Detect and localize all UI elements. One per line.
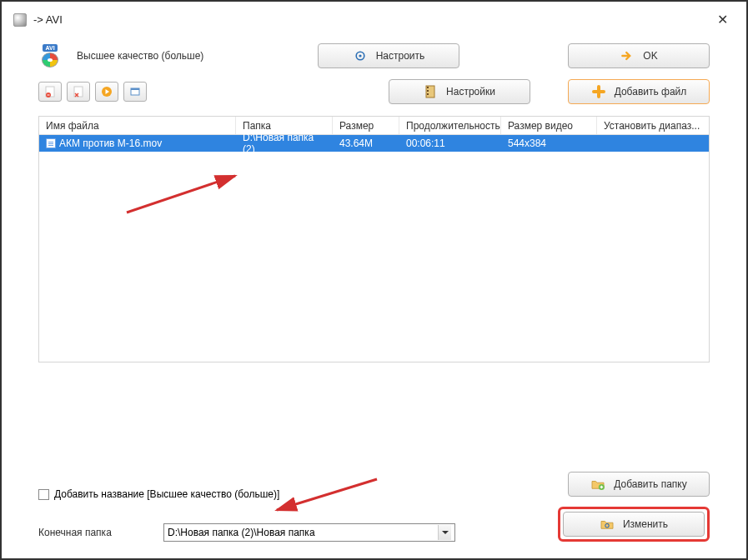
add-folder-label: Добавить папку [614, 478, 686, 490]
cell-videosize: 544x384 [501, 138, 597, 149]
delete-button[interactable] [67, 82, 90, 102]
col-videosize[interactable]: Размер видео [501, 117, 597, 134]
window-title: -> AVI [33, 13, 63, 26]
add-file-button[interactable]: Добавить файл [568, 79, 710, 104]
cell-duration: 00:06:11 [399, 138, 501, 149]
gear-icon [353, 48, 368, 63]
svg-rect-12 [427, 93, 429, 95]
titlebar: -> AVI ✕ [2, 2, 746, 38]
change-label: Изменить [623, 518, 668, 530]
col-range[interactable]: Установить диапаз... [597, 117, 709, 134]
add-folder-button[interactable]: Добавить папку [568, 472, 710, 497]
avi-format-icon: AVI [38, 44, 62, 68]
cell-folder: D:\Новая папка (2) [236, 132, 333, 155]
table-header: Имя файла Папка Размер Продолжительность… [39, 117, 709, 135]
col-size[interactable]: Размер [333, 117, 399, 134]
remove-button[interactable] [38, 82, 62, 102]
quality-label: Высшее качество (больше) [77, 50, 203, 62]
add-title-checkbox[interactable] [38, 489, 49, 500]
configure-button[interactable]: Настроить [318, 43, 459, 68]
plus-icon [591, 84, 606, 99]
folder-plus-icon [590, 477, 605, 492]
col-duration[interactable]: Продолжительность [399, 117, 501, 134]
col-filename[interactable]: Имя файла [39, 117, 236, 134]
destination-label: Конечная папка [38, 527, 147, 538]
svg-rect-4 [48, 95, 50, 96]
ok-button[interactable]: OK [568, 43, 710, 68]
svg-rect-5 [74, 87, 83, 97]
svg-rect-10 [427, 87, 429, 88]
app-icon [13, 13, 27, 27]
ok-label: OK [643, 50, 657, 62]
bottom-area: Добавить название [Высшее качество (боль… [38, 488, 710, 542]
settings-button[interactable]: Настройки [389, 79, 530, 104]
destination-value: D:\Новая папка (2)\Новая папка [168, 527, 315, 538]
table-row[interactable]: АКМ против М-16.mov D:\Новая папка (2) 4… [39, 135, 709, 152]
toolbar-row-2: Настройки Добавить файл [2, 74, 746, 116]
cell-name: АКМ против М-16.mov [59, 138, 162, 149]
svg-rect-8 [131, 88, 139, 90]
svg-point-1 [359, 54, 361, 57]
settings-label: Настройки [446, 86, 495, 98]
configure-label: Настроить [376, 50, 425, 62]
filmstrip-icon [423, 84, 438, 99]
window-button[interactable] [123, 82, 147, 102]
mini-button-group [38, 82, 147, 102]
close-button[interactable]: ✕ [710, 10, 735, 29]
file-table: Имя файла Папка Размер Продолжительность… [38, 116, 710, 362]
add-title-label: Добавить название [Высшее качество (боль… [54, 488, 279, 500]
svg-rect-11 [427, 90, 429, 92]
cell-size: 43.64M [333, 138, 399, 149]
change-button[interactable]: Изменить [563, 512, 705, 537]
bottom-buttons: Добавить папку Изменить [558, 472, 710, 542]
folder-search-icon [600, 517, 615, 532]
chevron-down-icon [438, 525, 451, 540]
top-left: AVI Высшее качество (больше) [38, 44, 272, 68]
add-file-label: Добавить файл [615, 86, 687, 98]
destination-combo[interactable]: D:\Новая папка (2)\Новая папка [163, 523, 455, 542]
file-icon [46, 138, 56, 148]
top-row: AVI Высшее качество (больше) Настроить O… [2, 38, 746, 74]
arrow-right-icon [620, 48, 635, 63]
highlight-annotation: Изменить [558, 507, 710, 542]
play-button[interactable] [95, 82, 118, 102]
